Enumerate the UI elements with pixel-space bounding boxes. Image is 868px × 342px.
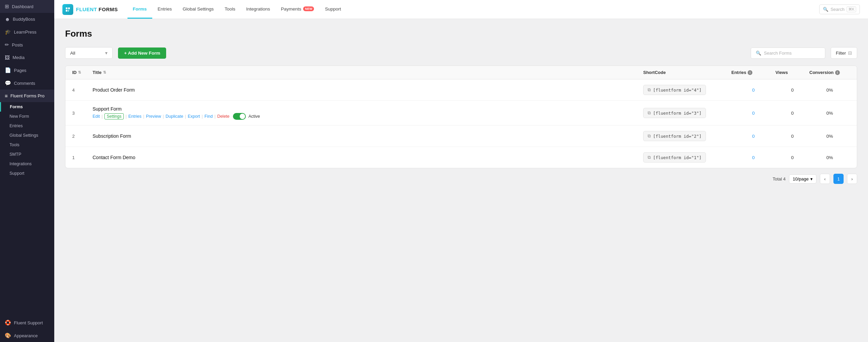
row-views: 0 — [775, 88, 809, 93]
row-id: 4 — [72, 88, 93, 93]
filter-button[interactable]: Filter ⊟ — [831, 47, 857, 59]
sidebar-subitem-forms[interactable]: Forms — [0, 102, 54, 112]
forms-table: ID ⇅ Title ⇅ ShortCode Entries i Views — [65, 65, 857, 168]
sidebar-subitem-smtp[interactable]: SMTP — [0, 150, 54, 159]
row-views: 0 — [775, 155, 809, 160]
sidebar-subitem-entries[interactable]: Entries — [0, 121, 54, 131]
page-1-button[interactable]: 1 — [833, 174, 844, 184]
active-toggle[interactable] — [233, 113, 246, 120]
tab-tools[interactable]: Tools — [219, 0, 241, 19]
search-icon: 🔍 — [823, 7, 828, 12]
sidebar-subitem-global-settings[interactable]: Global Settings — [0, 131, 54, 140]
action-settings[interactable]: Settings — [104, 113, 124, 119]
fluent-support-icon: 🛟 — [5, 320, 11, 326]
shortcode-badge[interactable]: ⧉ [fluentform id="3"] — [643, 108, 706, 118]
tab-support[interactable]: Support — [319, 0, 346, 19]
sort-icon: ⇅ — [103, 70, 106, 75]
sidebar-item-fluent-support[interactable]: 🛟 Fluent Support — [0, 316, 54, 329]
action-find[interactable]: Find — [204, 114, 213, 119]
row-conversion: 0% — [809, 111, 850, 116]
buddyboss-icon: ☻ — [5, 16, 10, 22]
row-title-wrap: Contact Form Demo — [93, 155, 643, 160]
shortcode-badge[interactable]: ⧉ [fluentform id="2"] — [643, 131, 706, 141]
per-page-select[interactable]: 10/page ▾ — [789, 174, 816, 184]
action-entries[interactable]: Entries — [128, 114, 141, 119]
fluent-forms-pro-icon: ≡ — [5, 93, 8, 99]
sidebar-item-appearance[interactable]: 🎨 Appearance — [0, 329, 54, 342]
brand-logo[interactable]: FLUENT FORMS — [62, 4, 118, 15]
sidebar-item-label: LearnPress — [14, 30, 36, 35]
sidebar: ⊞ Dashboard ☻ BuddyBoss 🎓 LearnPress ✏ P… — [0, 0, 54, 342]
tab-forms[interactable]: Forms — [127, 0, 152, 19]
content-area: Forms All ▾ + Add New Form 🔍 Search Form… — [54, 19, 868, 342]
row-title-wrap: Support Form Edit | Settings | Entries |… — [93, 106, 643, 120]
tab-integrations[interactable]: Integrations — [241, 0, 276, 19]
row-shortcode: ⧉ [fluentform id="4"] — [643, 85, 731, 95]
tab-entries[interactable]: Entries — [152, 0, 177, 19]
sidebar-subitem-integrations[interactable]: Integrations — [0, 159, 54, 169]
add-new-form-button[interactable]: + Add New Form — [118, 48, 166, 59]
row-entries: 0 — [731, 88, 775, 93]
row-entries: 0 — [731, 111, 775, 116]
action-export[interactable]: Export — [188, 114, 200, 119]
row-title-wrap: Product Order Form — [93, 87, 643, 93]
row-title: Contact Form Demo — [93, 155, 643, 160]
sidebar-item-posts[interactable]: ✏ Posts — [0, 38, 54, 51]
pages-icon: 📄 — [5, 67, 11, 73]
shortcode-badge[interactable]: ⧉ [fluentform id="4"] — [643, 85, 706, 95]
brand-text: FLUENT FORMS — [76, 6, 118, 12]
pagination-bar: Total 4 10/page ▾ ‹ 1 › — [65, 168, 857, 184]
col-header-views: Views — [775, 70, 809, 75]
action-edit[interactable]: Edit — [93, 114, 100, 119]
sidebar-item-label: Comments — [14, 81, 35, 86]
keyboard-shortcut: ⌘K — [847, 6, 856, 12]
next-page-button[interactable]: › — [847, 174, 857, 184]
row-conversion: 0% — [809, 88, 850, 93]
row-entries: 0 — [731, 134, 775, 139]
row-id: 2 — [72, 134, 93, 139]
sidebar-item-pages[interactable]: 📄 Pages — [0, 64, 54, 77]
filter-dropdown[interactable]: All ▾ — [65, 47, 113, 59]
sidebar-item-media[interactable]: 🖼 Media — [0, 51, 54, 64]
page-title: Forms — [65, 28, 857, 39]
search-button[interactable]: 🔍 Search ⌘K — [819, 4, 860, 14]
sidebar-item-fluent-forms-pro[interactable]: ≡ Fluent Forms Pro — [0, 90, 54, 102]
sidebar-subitem-tools[interactable]: Tools — [0, 140, 54, 150]
sidebar-item-label: Fluent Support — [14, 320, 43, 325]
sidebar-item-label: Media — [13, 55, 24, 60]
prev-page-button[interactable]: ‹ — [820, 174, 830, 184]
comments-icon: 💬 — [5, 80, 11, 86]
sidebar-item-label: BuddyBoss — [13, 17, 35, 22]
sidebar-item-dashboard[interactable]: ⊞ Dashboard — [0, 0, 54, 13]
row-title: Product Order Form — [93, 87, 643, 93]
entries-info-icon[interactable]: i — [748, 70, 752, 75]
shortcode-badge[interactable]: ⧉ [fluentform id="1"] — [643, 152, 706, 163]
chevron-down-icon: ▾ — [810, 176, 813, 182]
row-actions: Edit | Settings | Entries | Preview | Du… — [93, 113, 643, 120]
filter-icon: ⊟ — [848, 50, 852, 56]
col-header-title[interactable]: Title ⇅ — [93, 70, 643, 75]
action-delete[interactable]: Delete — [217, 114, 230, 119]
tab-global-settings[interactable]: Global Settings — [177, 0, 219, 19]
copy-icon: ⧉ — [648, 155, 651, 160]
sidebar-item-comments[interactable]: 💬 Comments — [0, 77, 54, 90]
col-header-shortcode: ShortCode — [643, 70, 731, 75]
sidebar-subitem-new-form[interactable]: New Form — [0, 112, 54, 121]
tab-payments[interactable]: Payments new — [275, 0, 319, 19]
brand-icon — [62, 4, 73, 15]
action-preview[interactable]: Preview — [146, 114, 161, 119]
search-forms-icon: 🔍 — [756, 51, 761, 56]
sidebar-item-learnpress[interactable]: 🎓 LearnPress — [0, 25, 54, 38]
row-shortcode: ⧉ [fluentform id="1"] — [643, 152, 731, 163]
row-title: Subscription Form — [93, 133, 643, 139]
sidebar-subitem-support[interactable]: Support — [0, 169, 54, 178]
table-row: 3 Support Form Edit | Settings | Entries… — [65, 101, 857, 126]
learnpress-icon: 🎓 — [5, 29, 11, 35]
action-duplicate[interactable]: Duplicate — [165, 114, 183, 119]
search-forms-input[interactable]: 🔍 Search Forms — [751, 48, 825, 59]
sidebar-item-buddyboss[interactable]: ☻ BuddyBoss — [0, 13, 54, 25]
copy-icon: ⧉ — [648, 110, 651, 116]
chevron-down-icon: ▾ — [105, 50, 107, 56]
conversion-info-icon[interactable]: i — [835, 70, 840, 75]
col-header-id[interactable]: ID ⇅ — [72, 70, 93, 75]
